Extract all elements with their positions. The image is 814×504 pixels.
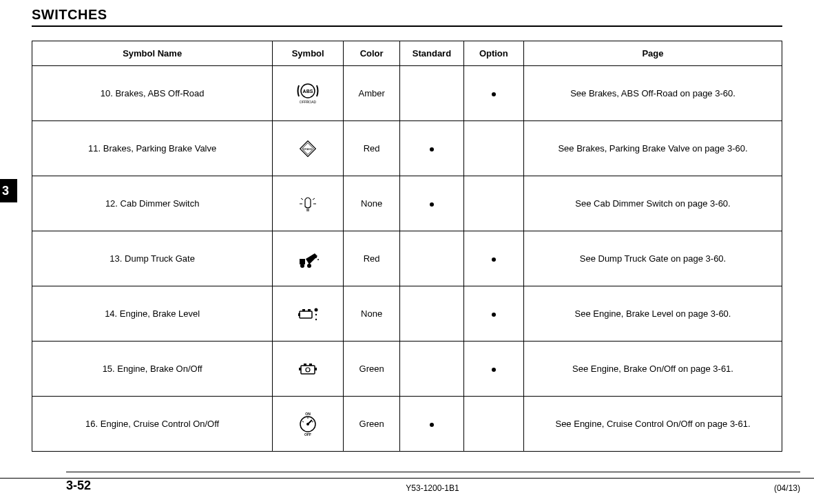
- symbol-name-cell: 14. Engine, Brake Level: [32, 286, 273, 342]
- bullet-icon: [492, 258, 496, 262]
- table-header-row: Symbol Name Symbol Color Standard Option…: [32, 41, 782, 66]
- table-row: 10. Brakes, ABS Off-Road Amber See Brake…: [32, 66, 782, 121]
- abs-offroad-icon: [295, 81, 320, 106]
- cab-dimmer-icon: [295, 191, 320, 216]
- dump-truck-icon: [295, 246, 320, 271]
- bullet-icon: [492, 313, 496, 317]
- color-cell: None: [344, 176, 400, 231]
- row-number: 15.: [103, 364, 118, 374]
- table-row: 14. Engine, Brake Level None See Engine,…: [32, 286, 782, 342]
- row-number: 16.: [85, 419, 101, 429]
- page-ref-cell: See Engine, Brake On/Off on page 3-61.: [523, 342, 782, 397]
- page-ref-cell: See Engine, Brake Level on page 3-60.: [523, 286, 782, 342]
- header-option: Option: [463, 41, 523, 66]
- color-cell: Amber: [344, 66, 400, 121]
- row-name: Engine, Brake On/Off: [117, 364, 202, 374]
- bullet-icon: [430, 202, 434, 207]
- bullet-icon: [492, 368, 496, 372]
- symbol-cell: [273, 342, 344, 397]
- title-rule: [32, 25, 782, 27]
- color-cell: Green: [344, 342, 400, 397]
- page-footer: 3-52 Y53-1200-1B1 (04/13): [0, 478, 814, 493]
- symbol-cell: [273, 397, 344, 452]
- table-row: 12. Cab Dimmer Switch None See Cab Dimme…: [32, 176, 782, 231]
- row-number: 13.: [109, 253, 125, 264]
- symbol-name-cell: 15. Engine, Brake On/Off: [32, 342, 273, 397]
- symbol-name-cell: 11. Brakes, Parking Brake Valve: [32, 121, 273, 176]
- symbol-cell: [273, 121, 344, 176]
- parking-brake-valve-icon: [295, 136, 320, 161]
- page-content: 3 SWITCHES Symbol Name Symbol Color Stan…: [32, 0, 782, 452]
- table-row: 13. Dump Truck Gate Red See Dump Truck G…: [32, 231, 782, 286]
- option-cell: [463, 121, 523, 176]
- color-cell: Red: [344, 121, 400, 176]
- symbol-name-cell: 13. Dump Truck Gate: [32, 231, 273, 286]
- symbol-name-cell: 12. Cab Dimmer Switch: [32, 176, 273, 231]
- standard-cell: [400, 397, 463, 452]
- symbol-name-cell: 16. Engine, Cruise Control On/Off: [32, 397, 273, 452]
- table-row: 11. Brakes, Parking Brake Valve Red See …: [32, 121, 782, 176]
- header-page: Page: [523, 41, 782, 66]
- page-number: 3-52: [66, 479, 91, 493]
- symbol-cell: [273, 286, 344, 342]
- bullet-icon: [430, 423, 434, 427]
- table-row: 15. Engine, Brake On/Off Green See Engin…: [32, 342, 782, 397]
- option-cell: [463, 286, 523, 342]
- color-cell: Green: [344, 397, 400, 452]
- symbol-name-cell: 10. Brakes, ABS Off-Road: [32, 66, 273, 121]
- standard-cell: [400, 231, 463, 286]
- row-name: Engine, Cruise Control On/Off: [101, 419, 219, 429]
- color-cell: None: [344, 286, 400, 342]
- switches-table: Symbol Name Symbol Color Standard Option…: [32, 41, 782, 452]
- page-ref-cell: See Brakes, Parking Brake Valve on page …: [523, 121, 782, 176]
- header-symbol: Symbol: [273, 41, 344, 66]
- row-number: 11.: [88, 143, 103, 154]
- row-number: 12.: [105, 198, 121, 209]
- row-number: 14.: [105, 308, 120, 319]
- doc-id: Y53-1200-1B1: [406, 483, 459, 493]
- header-symbol-name: Symbol Name: [32, 41, 273, 66]
- header-color: Color: [344, 41, 400, 66]
- option-cell: [463, 66, 523, 121]
- standard-cell: [400, 66, 463, 121]
- row-name: Cab Dimmer Switch: [121, 198, 200, 209]
- table-row: 16. Engine, Cruise Control On/Off Green …: [32, 397, 782, 452]
- engine-brake-level-icon: [295, 302, 320, 326]
- row-number: 10.: [101, 88, 116, 98]
- page-ref-cell: See Cab Dimmer Switch on page 3-60.: [523, 176, 782, 231]
- header-standard: Standard: [400, 41, 463, 66]
- option-cell: [463, 342, 523, 397]
- standard-cell: [400, 121, 463, 176]
- symbol-cell: [273, 176, 344, 231]
- standard-cell: [400, 286, 463, 342]
- row-name: Dump Truck Gate: [125, 253, 195, 264]
- engine-brake-onoff-icon: [295, 357, 320, 381]
- symbol-cell: [273, 66, 344, 121]
- section-title: SWITCHES: [32, 7, 782, 23]
- doc-date: (04/13): [774, 483, 800, 493]
- page-ref-cell: See Dump Truck Gate on page 3-60.: [523, 231, 782, 286]
- bullet-icon: [430, 147, 434, 151]
- standard-cell: [400, 342, 463, 397]
- color-cell: Red: [344, 231, 400, 286]
- option-cell: [463, 176, 523, 231]
- bullet-icon: [492, 92, 496, 96]
- cruise-control-icon: [295, 412, 320, 437]
- footer-rule: [66, 472, 800, 472]
- standard-cell: [400, 176, 463, 231]
- chapter-tab: 3: [0, 179, 17, 202]
- page-ref-cell: See Brakes, ABS Off-Road on page 3-60.: [523, 66, 782, 121]
- symbol-cell: [273, 231, 344, 286]
- row-name: Brakes, Parking Brake Valve: [103, 143, 217, 154]
- row-name: Brakes, ABS Off-Road: [115, 88, 204, 98]
- option-cell: [463, 231, 523, 286]
- row-name: Engine, Brake Level: [120, 308, 200, 319]
- page-ref-cell: See Engine, Cruise Control On/Off on pag…: [523, 397, 782, 452]
- option-cell: [463, 397, 523, 452]
